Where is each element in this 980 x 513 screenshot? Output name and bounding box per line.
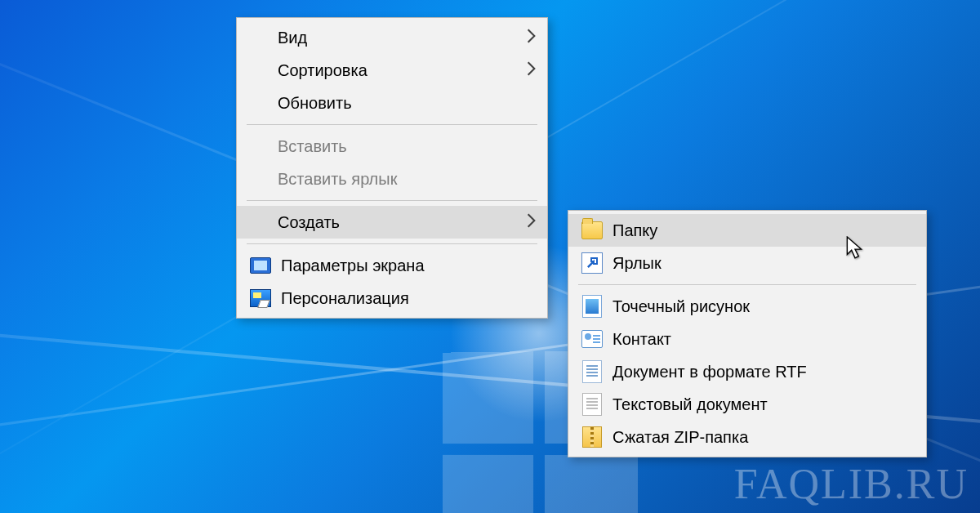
text-file-icon <box>581 394 603 415</box>
menu-item-view[interactable]: Вид <box>237 21 547 54</box>
contact-file-icon <box>581 328 603 350</box>
display-settings-icon <box>250 255 271 276</box>
personalize-icon <box>250 288 271 309</box>
menu-item-label: Сортировка <box>278 61 523 80</box>
submenu-item-folder[interactable]: Папку <box>568 214 926 247</box>
watermark-text: FAQLIB.RU <box>734 460 969 508</box>
submenu-item-txt[interactable]: Текстовый документ <box>568 388 926 421</box>
chevron-right-icon <box>523 61 536 80</box>
menu-item-label: Параметры экрана <box>281 256 536 275</box>
menu-item-label: Обновить <box>278 94 536 113</box>
shortcut-icon <box>581 252 603 274</box>
submenu-item-zip[interactable]: Сжатая ZIP-папка <box>568 421 926 453</box>
folder-icon <box>581 220 603 241</box>
menu-item-label: Персонализация <box>281 289 536 308</box>
menu-item-paste-shortcut: Вставить ярлык <box>237 163 547 195</box>
menu-item-label: Вид <box>278 29 523 47</box>
create-submenu: Папку Ярлык Точечный рисунок Контакт Док… <box>568 210 927 457</box>
submenu-item-rtf[interactable]: Документ в формате RTF <box>568 355 926 388</box>
menu-item-label: Текстовый документ <box>612 395 915 414</box>
menu-separator <box>247 200 537 201</box>
menu-separator <box>247 124 537 125</box>
chevron-right-icon <box>523 213 536 232</box>
zip-file-icon <box>581 426 603 448</box>
menu-item-refresh[interactable]: Обновить <box>237 87 547 119</box>
menu-item-paste: Вставить <box>237 130 547 163</box>
menu-item-personalize[interactable]: Персонализация <box>237 282 547 314</box>
desktop-context-menu: Вид Сортировка Обновить Вставить Вставит… <box>236 17 548 319</box>
menu-item-label: Создать <box>278 213 523 232</box>
menu-item-create[interactable]: Создать <box>237 206 547 239</box>
menu-item-label: Документ в формате RTF <box>612 363 915 381</box>
menu-item-label: Ярлык <box>612 254 915 273</box>
desktop-background[interactable]: Вид Сортировка Обновить Вставить Вставит… <box>0 0 980 513</box>
menu-item-label: Вставить ярлык <box>278 170 536 189</box>
submenu-item-contact[interactable]: Контакт <box>568 323 926 355</box>
rtf-file-icon <box>581 361 603 382</box>
menu-item-label: Точечный рисунок <box>612 297 915 316</box>
submenu-item-shortcut[interactable]: Ярлык <box>568 247 926 279</box>
menu-separator <box>247 243 537 244</box>
menu-item-label: Вставить <box>278 137 536 156</box>
menu-item-sort[interactable]: Сортировка <box>237 54 547 87</box>
bitmap-file-icon <box>581 296 603 317</box>
chevron-right-icon <box>523 29 536 47</box>
menu-item-label: Папку <box>612 221 915 240</box>
menu-separator <box>578 284 916 285</box>
menu-item-label: Сжатая ZIP-папка <box>612 428 915 447</box>
menu-item-label: Контакт <box>612 330 915 349</box>
menu-item-display-settings[interactable]: Параметры экрана <box>237 249 547 282</box>
submenu-item-bitmap[interactable]: Точечный рисунок <box>568 290 926 323</box>
